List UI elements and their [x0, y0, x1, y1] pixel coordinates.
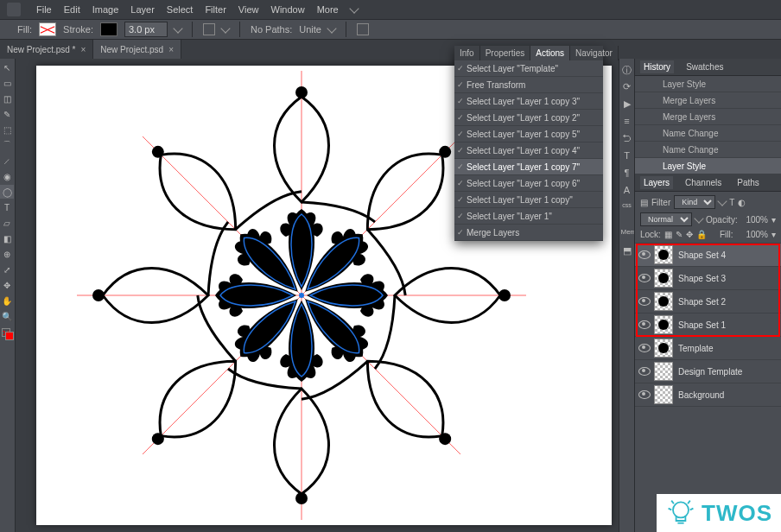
layer-thumbnail[interactable] [654, 385, 673, 404]
stroke-style-chevron-icon[interactable] [220, 23, 230, 33]
gradient-tool[interactable]: ◧ [0, 231, 14, 245]
move-tool[interactable]: ↖ [0, 60, 14, 74]
layer-row[interactable]: Template [635, 337, 781, 360]
layer-row[interactable]: Shape Set 2 [635, 290, 781, 314]
layer-row[interactable]: Shape Set 4 [635, 244, 781, 267]
visibility-toggle[interactable] [638, 272, 651, 284]
brush-tool[interactable]: ✎ [0, 107, 14, 121]
visibility-toggle[interactable] [638, 365, 651, 377]
layer-thumbnail[interactable] [654, 292, 673, 311]
perspective-tool[interactable]: ▱ [0, 216, 14, 230]
menu-filter[interactable]: Filter [205, 4, 225, 15]
action-item[interactable]: Free Transform [454, 77, 603, 93]
history-item[interactable]: Name Change [635, 125, 781, 142]
text-big-icon[interactable]: T [621, 150, 633, 162]
color-swatches[interactable] [2, 328, 14, 340]
type-filter-icon[interactable]: T [729, 198, 734, 207]
lasso-tool[interactable]: ⬚ [0, 123, 14, 136]
menu-more[interactable]: More [317, 4, 339, 15]
lock-trans-icon[interactable]: ▦ [664, 230, 672, 239]
opacity-value[interactable]: 100% [746, 215, 768, 225]
action-item[interactable]: Select Layer "Layer 1 copy 3" [454, 93, 603, 110]
chevron-down-icon[interactable] [718, 196, 727, 206]
lock-pos-icon[interactable]: ✥ [686, 230, 693, 239]
visibility-toggle[interactable] [638, 342, 651, 354]
history-icon[interactable]: ⟳ [621, 81, 633, 93]
character-icon[interactable]: A [621, 185, 633, 197]
layer-row[interactable]: Background [635, 383, 781, 407]
history-tab[interactable]: History [640, 60, 674, 73]
pen-tool[interactable]: ⟋ [0, 154, 14, 168]
layer-fill-value[interactable]: 100% [746, 230, 768, 239]
lock-all-icon[interactable]: 🔒 [696, 230, 707, 239]
action-item[interactable]: Select Layer "Layer 1 copy" [454, 192, 603, 208]
action-item[interactable]: Select Layer "Layer 1 copy 5" [454, 126, 603, 142]
chevron-down-icon[interactable]: ▾ [771, 230, 776, 239]
properties-tab[interactable]: Properties [480, 46, 531, 60]
css-icon[interactable]: css [621, 202, 633, 214]
history-item[interactable]: Layer Style [635, 76, 781, 92]
channels-tab[interactable]: Channels [682, 176, 725, 189]
menu-image[interactable]: Image [92, 4, 119, 15]
layers-tab[interactable]: Layers [640, 176, 673, 189]
history-item[interactable]: Layer Style [635, 158, 781, 174]
layer-thumbnail[interactable] [654, 362, 673, 381]
visibility-toggle[interactable] [638, 295, 651, 307]
play-icon[interactable]: ▶ [621, 98, 633, 111]
info-icon[interactable]: ⓘ [621, 64, 633, 76]
stroke-style-icon[interactable] [203, 23, 215, 35]
layer-row[interactable]: Shape Set 1 [635, 314, 781, 337]
close-icon[interactable]: × [168, 45, 174, 54]
layer-thumbnail[interactable] [654, 339, 673, 358]
stroke-swatch[interactable] [100, 22, 117, 36]
layer-row[interactable]: Design Template [635, 360, 781, 383]
align-icon[interactable] [357, 23, 369, 35]
action-item[interactable]: Select Layer "Layer 1 copy 2" [454, 110, 603, 126]
menu-view[interactable]: View [238, 4, 259, 15]
pan-tool[interactable]: ✋ [0, 294, 14, 307]
zoom-tool[interactable]: 🔍 [0, 309, 14, 323]
action-item[interactable]: Select Layer "Layer 1" [454, 208, 603, 225]
actions-tab[interactable]: Actions [530, 46, 570, 60]
paths-tab[interactable]: Paths [733, 176, 763, 189]
swatches-tab[interactable]: Swatches [683, 60, 727, 73]
stroke-width-input[interactable] [124, 22, 168, 37]
text-tool[interactable]: T [0, 200, 14, 214]
adjustment-filter-icon[interactable]: ◐ [738, 198, 746, 207]
chevron-down-icon[interactable] [694, 213, 703, 223]
history-item[interactable]: Name Change [635, 142, 781, 158]
actions-panel[interactable]: Info Properties Actions Navigator Select… [454, 46, 603, 241]
blend-mode-select[interactable]: Normal [640, 212, 692, 226]
undo-icon[interactable]: ⮌ [621, 133, 633, 145]
visibility-toggle[interactable] [638, 249, 651, 261]
history-item[interactable]: Merge Layers [635, 92, 781, 109]
chevron-down-icon[interactable] [349, 3, 359, 13]
menu-layer[interactable]: Layer [130, 4, 155, 15]
action-item[interactable]: Merge Layers [454, 225, 603, 241]
kind-select[interactable]: Kind [674, 195, 715, 209]
stroke-width-chevron-icon[interactable] [173, 23, 182, 33]
lock-paint-icon[interactable]: ✎ [676, 230, 683, 239]
fill-swatch[interactable] [39, 22, 56, 36]
close-icon[interactable]: × [80, 45, 86, 54]
crop-tool[interactable]: ◫ [0, 92, 14, 105]
menu-icon[interactable]: ≡ [621, 116, 633, 128]
layer-thumbnail[interactable] [654, 245, 673, 264]
swatch-icon[interactable]: ⬒ [621, 245, 633, 257]
document-tab[interactable]: New Project.psd * × [0, 40, 93, 59]
action-item[interactable]: Select Layer "Layer 1 copy 6" [454, 175, 603, 192]
layer-thumbnail[interactable] [654, 269, 673, 288]
menu-window[interactable]: Window [271, 4, 305, 15]
marquee-tool[interactable]: ▭ [0, 76, 14, 90]
info-tab[interactable]: Info [454, 46, 480, 60]
visibility-toggle[interactable] [638, 389, 651, 401]
document-tab[interactable]: New Project.psd × [93, 40, 181, 59]
menu-edit[interactable]: Edit [64, 4, 80, 15]
navigator-tab[interactable]: Navigator [570, 46, 619, 60]
clone-tool[interactable]: ⊕ [0, 247, 14, 261]
layer-thumbnail[interactable] [654, 315, 673, 334]
hand-tool[interactable]: ✥ [0, 278, 14, 292]
menu-file[interactable]: File [36, 4, 52, 15]
action-item[interactable]: Select Layer "Layer 1 copy 7" [454, 159, 603, 175]
eyedropper-tool[interactable]: ◉ [0, 169, 14, 183]
